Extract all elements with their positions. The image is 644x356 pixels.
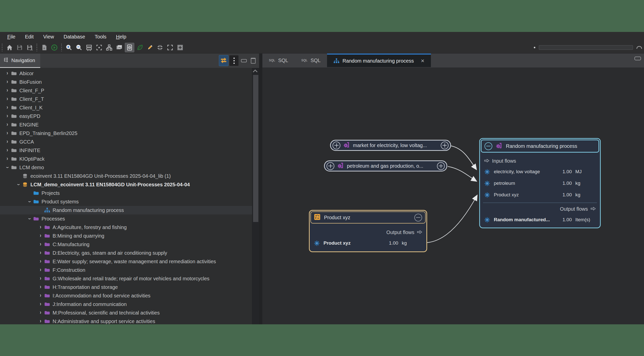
flow-row[interactable]: Random manufactured...1.00Item(s) [480,214,600,226]
flow-row[interactable]: Product xyz1.00kg [310,237,426,249]
node-header[interactable]: Random manufacturing process [481,140,599,153]
chevron-right-icon[interactable]: › [4,79,11,85]
flow-row[interactable]: electricity, low voltage1.00MJ [480,166,600,177]
link-with-editor-button[interactable] [219,55,228,66]
tree-item[interactable]: ›C:Manufacturing [0,240,252,249]
close-icon[interactable]: × [421,58,424,64]
tree-item[interactable]: ›F:Construction [0,266,252,274]
tree-item[interactable]: ›Client_I_K [0,103,252,112]
collapse-node-icon[interactable] [485,142,492,150]
chevron-right-icon[interactable]: › [37,276,44,282]
chevron-right-icon[interactable]: › [4,139,11,145]
collapse-node-icon[interactable] [414,214,422,221]
tree-item[interactable]: ›E:Water supply; sewerage, waste managem… [0,257,252,266]
run-button[interactable] [50,43,59,52]
tree-item[interactable]: ›GCCA [0,138,252,146]
tree-item[interactable]: ›Client_F_T [0,95,252,103]
graph-canvas[interactable]: market for electricity, low voltag... pe… [262,67,644,324]
node-petroleum-and-gas[interactable]: petroleum and gas production, o... [324,160,447,171]
menu-item-tools[interactable]: Tools [90,33,111,41]
chevron-down-icon[interactable]: › [26,215,33,222]
chevron-right-icon[interactable]: › [4,130,11,137]
chevron-down-icon[interactable]: › [15,181,22,188]
menu-item-help[interactable]: Help [111,33,131,41]
chevron-right-icon[interactable]: › [4,87,11,94]
tree-item[interactable]: ›Client_F_P [0,86,252,95]
tree-item[interactable]: ›D:Electricity, gas, steam and air condi… [0,249,252,257]
panel-splitter[interactable] [259,54,262,324]
node-random-manufacturing-process[interactable]: Random manufacturing process Input flows… [479,138,601,228]
chevron-right-icon[interactable]: › [4,122,11,128]
tab-random-manufacturing-process-2[interactable]: Random manufacturing process× [327,54,431,67]
save-as-button[interactable] [25,43,34,52]
tab-sql-0[interactable]: SQLSQL [262,54,295,67]
new-report-button[interactable]: a [40,43,49,52]
expand-outputs-icon[interactable] [441,142,449,149]
toolbar-grip[interactable] [61,44,63,51]
expand-inputs-icon[interactable] [327,162,334,170]
toolbar-collapse-icon[interactable] [636,46,642,49]
tree-item[interactable]: ›Product systems [0,197,252,206]
tree-item[interactable]: ›easyEPD [0,112,252,120]
zoom-out-button[interactable] [74,43,84,52]
expand-inputs-icon[interactable] [333,142,340,149]
node-market-for-electricity[interactable]: market for electricity, low voltag... [330,140,451,151]
tree-item[interactable]: Projects [0,189,252,197]
chevron-right-icon[interactable]: › [37,224,44,231]
chevron-right-icon[interactable]: › [37,233,44,239]
tree-item[interactable]: ›H:Transportation and storage [0,283,252,291]
collapse-all-button[interactable] [155,43,165,52]
chevron-right-icon[interactable]: › [4,113,11,119]
tree-item[interactable]: ›ENGINE [0,120,252,129]
toolbar-grip[interactable] [1,44,3,51]
tree-item[interactable]: ›Abicor [0,69,252,78]
tree-item[interactable]: ›B:Mining and quarrying [0,232,252,240]
tree-item[interactable]: ›G:Wholesale and retail trade; repair of… [0,274,252,283]
menu-item-file[interactable]: File [3,33,20,41]
pictures-button[interactable] [115,43,124,52]
leaf-button[interactable] [135,43,144,52]
tree-item[interactable]: ›LCM_demo_ecoinvent 3.11 EN15804GD Unit-… [0,180,252,189]
tab-navigation[interactable]: Navigation [0,54,40,68]
chevron-right-icon[interactable]: › [37,258,44,265]
chevron-down-icon[interactable]: › [26,198,33,205]
flow-row[interactable]: petroleum1.00kg [480,177,600,189]
chevron-right-icon[interactable]: › [4,96,11,102]
tree-item[interactable]: ›M:Professional, scientific and technica… [0,308,252,317]
zoom-in-button[interactable] [64,43,73,52]
chevron-right-icon[interactable]: › [4,156,11,162]
tree-item[interactable]: ›INFINITE [0,146,252,155]
expand-all-button[interactable] [166,43,175,52]
edit-pencil-button[interactable] [145,43,154,52]
save-button[interactable] [15,43,24,52]
tree-item[interactable]: ›Processes [0,214,252,223]
add-button[interactable] [176,43,185,52]
tab-sql-1[interactable]: SQLSQL [295,54,327,67]
home-button[interactable] [5,43,14,52]
tree-item[interactable]: ecoinvent 3.11 EN15804GD Unit-Processes … [0,172,252,180]
minimize-icon[interactable] [241,59,247,62]
tree-item[interactable]: ›J:Information and communication [0,300,252,308]
view-menu-button[interactable] [229,55,238,66]
tree-item[interactable]: ›KIOptiPack [0,155,252,163]
menu-item-database[interactable]: Database [59,33,90,41]
chevron-right-icon[interactable]: › [37,250,44,256]
menu-item-view[interactable]: View [38,33,59,41]
maximize-icon[interactable] [251,58,256,64]
chevron-right-icon[interactable]: › [37,310,44,316]
chevron-right-icon[interactable]: › [37,267,44,273]
tree-item[interactable]: ›BioFusion [0,78,252,86]
tree-item[interactable]: ›A:Agriculture, forestry and fishing [0,223,252,232]
chevron-right-icon[interactable]: › [4,105,11,111]
tree-scrollbar[interactable] [252,68,259,324]
scroll-up-icon[interactable] [252,68,259,74]
menu-item-edit[interactable]: Edit [20,33,38,41]
tree-item[interactable]: ›LCM demo [0,163,252,172]
toolbar-grip[interactable] [36,44,38,51]
flow-row[interactable]: Product xyz1.00kg [480,189,600,201]
chevron-down-icon[interactable]: › [4,164,11,171]
hierarchy-button[interactable] [105,43,114,52]
preview-device-button[interactable] [125,43,134,52]
tree-item[interactable]: ›I:Accommodation and food service activi… [0,291,252,300]
minimize-icon[interactable] [634,57,641,60]
